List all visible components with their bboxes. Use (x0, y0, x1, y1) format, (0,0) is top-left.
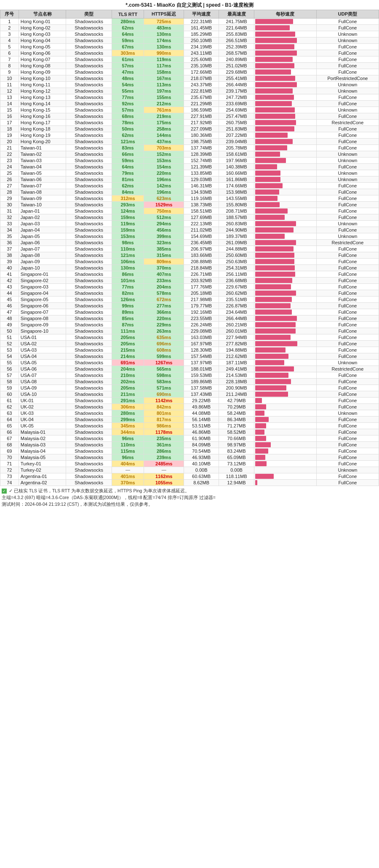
cell-https: 174ms (144, 37, 184, 44)
cell-index: 47 (0, 309, 19, 315)
cell-https: 599ms (144, 353, 184, 360)
cell-bar-speed (254, 107, 316, 113)
cell-avg-speed: 222.31MB (184, 19, 219, 25)
cell-udp: FullCone (316, 404, 379, 410)
cell-tls: 62ms (112, 25, 144, 31)
cell-type: Shadowsocks (66, 132, 112, 139)
cell-tls: 89ms (112, 309, 144, 315)
cell-bar-speed (254, 75, 316, 82)
cell-type: Shadowsocks (66, 69, 112, 75)
cell-type: Shadowsocks (66, 360, 112, 366)
cell-udp: FullCone (316, 252, 379, 259)
cell-udp: Unknown (316, 467, 379, 473)
cell-avg-speed: 154.69MB (184, 233, 219, 240)
cell-tls: 111ms (112, 328, 144, 334)
cell-avg-speed: 134.93MB (184, 189, 219, 195)
cell-tls: 215ms (112, 347, 144, 353)
cell-max-speed: 158.61MB (219, 151, 254, 158)
cell-name: Taiwan-02 (19, 151, 66, 158)
cell-index: 10 (0, 75, 19, 82)
cell-type: Shadowsocks (66, 221, 112, 227)
cell-name: Japan-05 (19, 233, 66, 240)
cell-max-speed: 155.80MB (219, 202, 254, 208)
cell-udp: FullCone (316, 347, 379, 353)
cell-avg-speed: 234.19MB (184, 44, 219, 50)
cell-udp: FullCone (316, 473, 379, 480)
table-row: 20Hong Kong-20Shadowsocks121ms437ms198.7… (0, 139, 379, 145)
cell-bar-speed (254, 480, 316, 486)
table-row: 62UK-02Shadowsocks306ms842ms49.86MB70.29… (0, 404, 379, 410)
cell-max-speed: 197.96MB (219, 158, 254, 164)
table-row: 48Singapore-08Shadowsocks85ms220ms223.55… (0, 315, 379, 322)
cell-type: Shadowsocks (66, 391, 112, 398)
cell-name: Singapore-07 (19, 309, 66, 315)
cell-type: Shadowsocks (66, 44, 112, 50)
cell-avg-speed: 217.92MB (184, 120, 219, 126)
cell-tls: 121ms (112, 139, 144, 145)
cell-tls: 59ms (112, 37, 144, 44)
cell-https: 672ms (144, 296, 184, 303)
cell-https: 196ms (144, 189, 184, 195)
cell-https: 155ms (144, 94, 184, 101)
cell-name: Taiwan-09 (19, 195, 66, 202)
cell-bar-speed (254, 429, 316, 435)
cell-https: 117ms (144, 63, 184, 69)
cell-name: Hong Kong-05 (19, 44, 66, 50)
cell-type: Shadowsocks (66, 271, 112, 278)
cell-index: 62 (0, 404, 19, 410)
cell-max-speed: 189.37MB (219, 233, 254, 240)
cell-bar-speed (254, 126, 316, 132)
cell-name: Singapore-08 (19, 315, 66, 322)
cell-avg-speed: 152.74MB (184, 158, 219, 164)
cell-max-speed: 233.69MB (219, 101, 254, 107)
table-row: 4Hong Kong-04Shadowsocks59ms174ms250.10M… (0, 37, 379, 44)
cell-https: 696ms (144, 341, 184, 347)
cell-tls: 204ms (112, 366, 144, 372)
cell-tls: 77ms (112, 94, 144, 101)
cell-avg-speed: 223.55MB (184, 315, 219, 322)
cell-index: 24 (0, 164, 19, 170)
cell-name: UK-03 (19, 410, 66, 417)
table-row: 66Malaysia-01Shadowsocks344ms1178ms46.86… (0, 429, 379, 435)
cell-type: Shadowsocks (66, 341, 112, 347)
cell-avg-speed: 205.18MB (184, 290, 219, 296)
cell-type: Shadowsocks (66, 398, 112, 404)
cell-index: 30 (0, 202, 19, 208)
cell-bar-speed (254, 151, 316, 158)
cell-type: Shadowsocks (66, 429, 112, 435)
cell-udp: FullCone (316, 391, 379, 398)
cell-tls: 312ms (112, 195, 144, 202)
cell-tls: 66ms (112, 151, 144, 158)
cell-udp: FullCone (316, 69, 379, 75)
cell-https: 761ms (144, 107, 184, 113)
cell-max-speed: 260.01MB (219, 328, 254, 334)
cell-type: Shadowsocks (66, 82, 112, 88)
cell-name: Hong Kong-13 (19, 94, 66, 101)
table-row: 29Taiwan-09Shadowsocks312ms623ms119.16MB… (0, 195, 379, 202)
cell-tls: 110ms (112, 442, 144, 448)
table-row: 57USA-07Shadowsocks210ms598ms159.53MB214… (0, 372, 379, 379)
cell-name: Hong Kong-07 (19, 56, 66, 63)
cell-name: UK-05 (19, 423, 66, 429)
cell-tls: 299ms (112, 417, 144, 423)
cell-tls: 57ms (112, 63, 144, 69)
cell-https: 152ms (144, 151, 184, 158)
cell-name: Hong Kong-04 (19, 37, 66, 44)
cell-https: 196ms (144, 176, 184, 183)
cell-avg-speed: 203.92MB (184, 278, 219, 284)
cell-avg-speed: 236.45MB (184, 240, 219, 246)
cell-max-speed: 212.62MB (219, 353, 254, 360)
cell-type: Shadowsocks (66, 50, 112, 56)
cell-index: 28 (0, 189, 19, 195)
table-row: 37Japan-07Shadowsocks110ms385ms206.97MB2… (0, 246, 379, 252)
cell-tls: 344ms (112, 429, 144, 435)
cell-type: Shadowsocks (66, 435, 112, 442)
table-row: 56USA-06Shadowsocks204ms565ms188.01MB249… (0, 366, 379, 372)
cell-max-speed: 236.68MB (219, 278, 254, 284)
cell-tls: 79ms (112, 170, 144, 176)
cell-udp: FullCone (316, 461, 379, 467)
cell-type: Shadowsocks (66, 284, 112, 290)
cell-name: Hong Kong-16 (19, 113, 66, 120)
cell-avg-speed: 60.63MB (184, 473, 219, 480)
cell-type: Shadowsocks (66, 290, 112, 296)
